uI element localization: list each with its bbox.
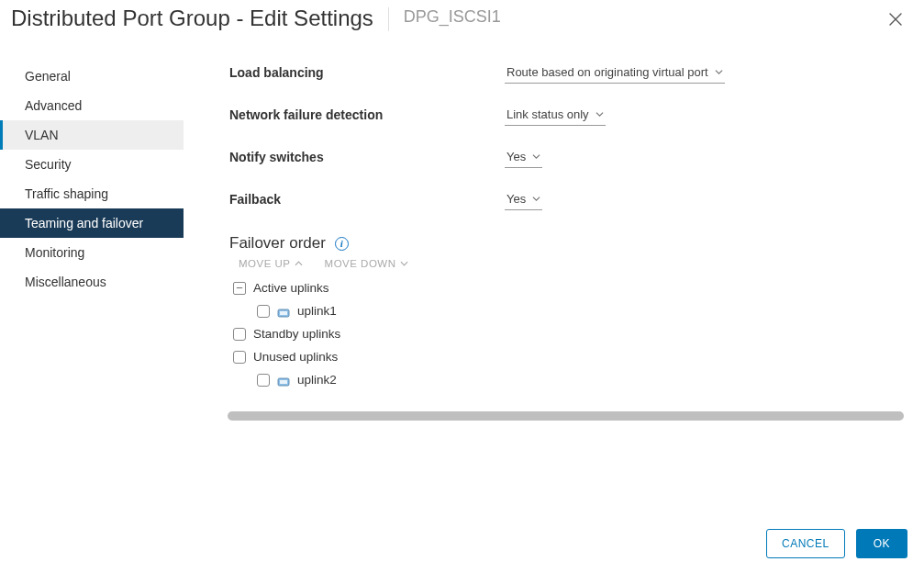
sidebar-item-monitoring[interactable]: Monitoring — [0, 238, 184, 267]
nic-icon — [277, 376, 290, 385]
sidebar-item-traffic-shaping[interactable]: Traffic shaping — [0, 179, 184, 208]
uplink-item[interactable]: uplink2 — [233, 368, 904, 391]
collapse-icon[interactable]: − — [233, 282, 246, 295]
active-uplinks-label: Active uplinks — [253, 281, 329, 295]
svg-rect-1 — [280, 311, 287, 315]
network-failure-detection-label: Network failure detection — [229, 107, 505, 122]
title-divider — [388, 7, 389, 31]
cancel-button[interactable]: CANCEL — [766, 529, 845, 558]
move-down-label: MOVE DOWN — [325, 258, 396, 269]
port-group-name: DPG_ISCSI1 — [404, 7, 501, 27]
dialog-title: Distributed Port Group - Edit Settings — [11, 6, 373, 31]
load-balancing-select[interactable]: Route based on originating virtual port — [505, 62, 725, 84]
move-down-button[interactable]: MOVE DOWN — [325, 258, 408, 269]
network-failure-detection-select[interactable]: Link status only — [505, 104, 606, 126]
info-icon[interactable]: i — [335, 237, 349, 251]
nic-icon — [277, 307, 290, 316]
dialog-footer: CANCEL OK — [0, 520, 924, 573]
checkbox[interactable] — [233, 351, 246, 364]
svg-rect-3 — [280, 380, 287, 384]
sidebar-item-teaming-and-failover[interactable]: Teaming and failover — [0, 208, 184, 238]
move-up-label: MOVE UP — [239, 258, 291, 269]
main-panel: Load balancing Route based on originatin… — [184, 39, 924, 520]
uplink-item[interactable]: uplink1 — [233, 299, 904, 322]
sidebar-item-advanced[interactable]: Advanced — [0, 91, 184, 120]
checkbox[interactable] — [233, 328, 246, 341]
standby-uplinks-group[interactable]: Standby uplinks — [233, 322, 904, 345]
notify-switches-select[interactable]: Yes — [505, 146, 542, 168]
sidebar: General Advanced VLAN Security Traffic s… — [0, 39, 184, 520]
load-balancing-label: Load balancing — [229, 65, 505, 80]
close-button[interactable] — [884, 7, 907, 32]
failback-label: Failback — [229, 192, 505, 207]
sidebar-item-security[interactable]: Security — [0, 150, 184, 179]
chevron-up-icon — [295, 261, 303, 266]
chevron-down-icon — [400, 261, 408, 266]
failover-tree: − Active uplinks uplink1 Standby uplinks… — [229, 276, 904, 391]
failover-order-title: Failover order — [229, 234, 326, 253]
move-up-button[interactable]: MOVE UP — [239, 258, 303, 269]
active-uplinks-group[interactable]: − Active uplinks — [233, 276, 904, 299]
uplink-name: uplink1 — [297, 304, 337, 318]
standby-uplinks-label: Standby uplinks — [253, 327, 340, 341]
close-icon — [889, 13, 902, 26]
horizontal-scrollbar[interactable] — [228, 411, 904, 421]
failback-select[interactable]: Yes — [505, 188, 542, 210]
sidebar-item-miscellaneous[interactable]: Miscellaneous — [0, 267, 184, 297]
notify-switches-label: Notify switches — [229, 150, 505, 164]
sidebar-item-general[interactable]: General — [0, 62, 184, 91]
unused-uplinks-label: Unused uplinks — [253, 350, 338, 364]
checkbox[interactable] — [257, 305, 270, 318]
uplink-name: uplink2 — [297, 373, 337, 387]
checkbox[interactable] — [257, 374, 270, 387]
unused-uplinks-group[interactable]: Unused uplinks — [233, 345, 904, 368]
ok-button[interactable]: OK — [856, 529, 907, 558]
sidebar-item-vlan[interactable]: VLAN — [0, 120, 184, 150]
